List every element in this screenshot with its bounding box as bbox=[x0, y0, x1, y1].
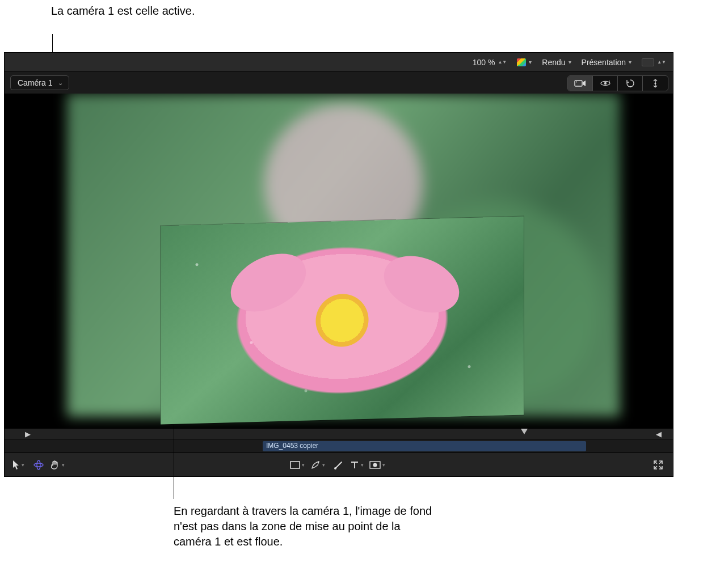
svg-point-9 bbox=[318, 461, 319, 463]
background-color-control[interactable]: ▲▼ bbox=[642, 58, 666, 66]
presentation-menu[interactable]: Présentation ▾ bbox=[582, 58, 632, 67]
color-channels-icon bbox=[517, 58, 526, 66]
camera-select-label: Caméra 1 bbox=[18, 78, 52, 87]
chevron-down-icon: ▾ bbox=[62, 462, 65, 468]
pen-tool[interactable]: ▾ bbox=[310, 457, 327, 473]
timeline-track[interactable]: IMG_0453 copier bbox=[5, 440, 673, 452]
top-menu-bar: 100 % ▲▼ ▾ Rendu ▾ Présentation ▾ ▲▼ bbox=[5, 53, 673, 72]
chevron-down-icon: ▾ bbox=[382, 462, 385, 468]
render-menu-label: Rendu bbox=[542, 58, 565, 67]
foreground-image-sharp bbox=[161, 217, 524, 425]
arrow-tool-icon bbox=[12, 460, 20, 470]
expand-icon bbox=[653, 460, 663, 470]
pen-tool-icon bbox=[310, 460, 321, 470]
center-tool-group: ▾ ▾ ▾ bbox=[290, 457, 388, 473]
rotate-view-button[interactable] bbox=[618, 76, 643, 91]
in-point-icon[interactable]: ▶ bbox=[25, 430, 31, 438]
rotate-icon bbox=[625, 78, 635, 88]
chevron-down-icon: ▾ bbox=[529, 59, 532, 65]
svg-rect-0 bbox=[575, 81, 582, 86]
bottom-toolbar: ▾ ▾ ▾ bbox=[5, 452, 673, 476]
camera-icon bbox=[574, 79, 587, 87]
svg-point-12 bbox=[373, 463, 377, 467]
svg-point-6 bbox=[34, 463, 43, 467]
camera-row: Caméra 1 ⌄ bbox=[5, 72, 673, 94]
mini-timeline: ▶ ◀ IMG_0453 copier bbox=[5, 428, 673, 452]
camera-select-dropdown[interactable]: Caméra 1 ⌄ bbox=[10, 75, 69, 90]
chevron-down-icon: ▾ bbox=[322, 462, 325, 468]
timeline-clip[interactable]: IMG_0453 copier bbox=[263, 441, 586, 451]
3d-transform-tool[interactable] bbox=[31, 457, 47, 473]
chevron-down-icon: ▾ bbox=[302, 462, 305, 468]
chevron-down-icon: ▾ bbox=[629, 59, 631, 65]
svg-rect-8 bbox=[290, 462, 300, 468]
color-channels-menu[interactable]: ▾ bbox=[517, 58, 532, 66]
svg-point-5 bbox=[654, 82, 656, 84]
3d-transform-icon bbox=[33, 459, 44, 471]
shape-tool[interactable]: ▾ bbox=[290, 457, 307, 473]
text-tool-icon bbox=[350, 460, 359, 469]
axis-icon bbox=[651, 78, 660, 88]
zoom-level-label: 100 % bbox=[473, 58, 495, 67]
timeline-ruler[interactable]: ▶ ◀ bbox=[5, 429, 673, 440]
annotation-bottom: En regardant à travers la caméra 1, l'im… bbox=[174, 504, 435, 549]
orbit-icon bbox=[600, 79, 611, 88]
render-menu[interactable]: Rendu ▾ bbox=[542, 58, 571, 67]
chevron-down-icon: ▾ bbox=[361, 462, 364, 468]
text-tool[interactable]: ▾ bbox=[350, 457, 366, 473]
paint-tool[interactable] bbox=[331, 457, 347, 473]
svg-point-7 bbox=[37, 460, 40, 469]
select-tool[interactable]: ▾ bbox=[11, 457, 27, 473]
svg-point-4 bbox=[629, 86, 631, 88]
mask-tool[interactable]: ▾ bbox=[369, 457, 388, 473]
camera-view-button[interactable] bbox=[568, 76, 593, 91]
svg-point-3 bbox=[604, 82, 606, 84]
view-controls-group bbox=[567, 75, 668, 91]
water-droplets-overlay bbox=[161, 217, 524, 425]
annotation-top-text: La caméra 1 est celle active. bbox=[51, 5, 195, 17]
chevron-down-icon: ▾ bbox=[22, 462, 24, 468]
chevron-down-icon: ▾ bbox=[569, 59, 571, 65]
canvas-viewer[interactable] bbox=[5, 94, 673, 428]
annotation-bottom-text: En regardant à travers la caméra 1, l'im… bbox=[174, 505, 432, 548]
app-window: 100 % ▲▼ ▾ Rendu ▾ Présentation ▾ ▲▼ Cam… bbox=[4, 52, 673, 477]
out-point-icon[interactable]: ◀ bbox=[656, 430, 662, 438]
zoom-level-control[interactable]: 100 % ▲▼ bbox=[473, 58, 507, 67]
annotation-bottom-line bbox=[174, 425, 174, 499]
rectangle-tool-icon bbox=[290, 461, 300, 469]
fullscreen-toggle[interactable] bbox=[650, 457, 666, 473]
chevron-down-icon: ⌄ bbox=[58, 79, 63, 87]
svg-point-10 bbox=[334, 467, 336, 469]
mask-tool-icon bbox=[369, 461, 381, 469]
annotation-top: La caméra 1 est celle active. bbox=[51, 3, 195, 19]
presentation-menu-label: Présentation bbox=[582, 58, 626, 67]
hand-tool-icon bbox=[50, 460, 60, 470]
orbit-view-button[interactable] bbox=[593, 76, 618, 91]
playhead-marker[interactable] bbox=[521, 429, 528, 434]
background-color-icon bbox=[642, 58, 654, 66]
svg-point-1 bbox=[576, 82, 577, 83]
clip-name-label: IMG_0453 copier bbox=[266, 442, 318, 450]
brush-tool-icon bbox=[334, 460, 344, 470]
pan-tool[interactable]: ▾ bbox=[50, 457, 67, 473]
axis-view-button[interactable] bbox=[643, 76, 668, 91]
